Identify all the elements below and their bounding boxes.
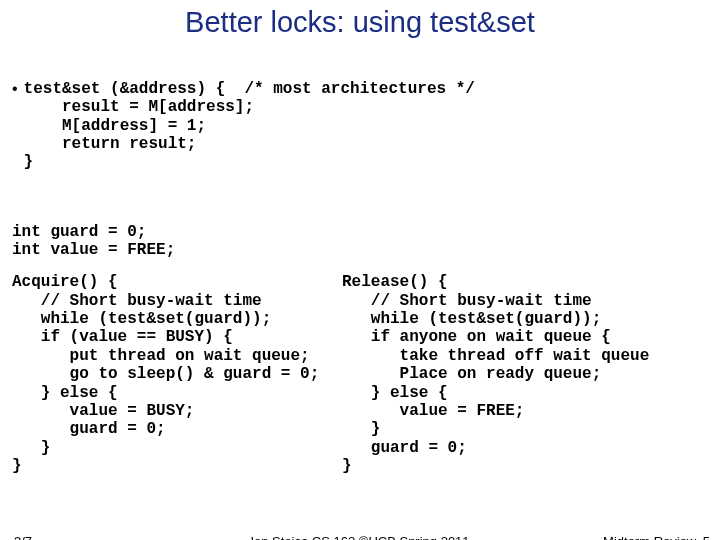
testset-definition: • test&set (&address) { /* most architec… bbox=[0, 43, 720, 209]
code-columns: Acquire() { // Short busy-wait time whil… bbox=[0, 273, 720, 475]
declarations: int guard = 0; int value = FREE; bbox=[0, 223, 720, 260]
bullet-icon: • bbox=[12, 80, 24, 98]
testset-code: test&set (&address) { /* most architectu… bbox=[24, 80, 475, 172]
release-code: Release() { // Short busy-wait time whil… bbox=[342, 273, 649, 475]
acquire-code: Acquire() { // Short busy-wait time whil… bbox=[12, 273, 342, 475]
slide-title: Better locks: using test&set bbox=[0, 0, 720, 43]
slide: Better locks: using test&set • test&set … bbox=[0, 0, 720, 540]
footer-page: Midterm Review. 5 bbox=[603, 534, 710, 540]
